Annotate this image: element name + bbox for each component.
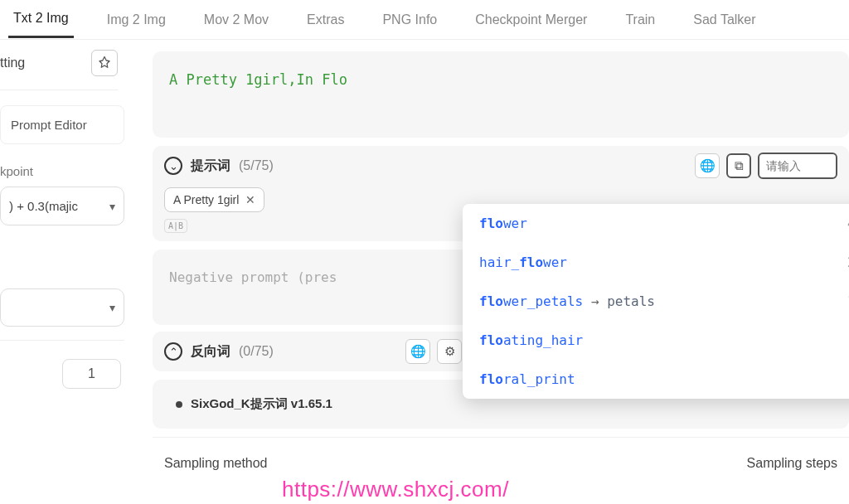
sidebar-setting-label: tting	[0, 56, 25, 70]
tab-train[interactable]: Train	[620, 2, 660, 37]
sampling-row: Sampling method Sampling steps	[153, 437, 849, 471]
sidebar: tting Prompt Editor kpoint ) + 0.3(majic…	[0, 40, 124, 504]
prompt-editor-card[interactable]: Prompt Editor	[0, 105, 124, 144]
sidebar-batch-row: 1	[0, 340, 124, 407]
keyword-input-1[interactable]	[758, 153, 837, 179]
autocomplete-item-1[interactable]: hair_flower 220K	[463, 243, 849, 282]
collapse-toggle[interactable]: ⌄	[164, 157, 182, 175]
copy-icon[interactable]: ⧉	[726, 153, 751, 178]
prompt-section-label: 提示词	[191, 158, 230, 175]
autocomplete-dropdown: flower 491K hair_flower 220K flower_peta…	[463, 204, 849, 399]
gear-icon[interactable]: ⚙	[437, 339, 462, 364]
pin-button[interactable]	[91, 50, 118, 76]
autocomplete-item-0[interactable]: flower 491K	[463, 204, 849, 243]
autocomplete-item-4[interactable]: floral_print 70K	[463, 360, 849, 399]
prompt-textarea[interactable]: A Pretty 1girl,In Flo	[153, 51, 849, 138]
autocomplete-item-3[interactable]: floating_hair 93K	[463, 321, 849, 360]
tab-checkpoint-merger[interactable]: Checkpoint Merger	[470, 2, 592, 37]
tab-img2img[interactable]: Img 2 Img	[102, 2, 171, 37]
tab-extras[interactable]: Extras	[302, 2, 349, 37]
chip-remove-icon[interactable]: ✕	[245, 193, 255, 206]
negative-section-label: 反向词	[191, 343, 230, 361]
tab-txt2img[interactable]: Txt 2 Img	[8, 1, 74, 38]
extension-title: SixGod_K提示词 v1.65.1	[191, 396, 332, 412]
globe-icon[interactable]: 🌐	[695, 153, 720, 178]
globe-icon[interactable]: 🌐	[405, 339, 430, 364]
sampling-method-label: Sampling method	[164, 456, 268, 471]
chevron-down-icon: ▾	[109, 301, 115, 314]
chevron-down-icon: ▾	[109, 200, 115, 213]
tab-mov2mov[interactable]: Mov 2 Mov	[199, 2, 274, 37]
collapse-toggle[interactable]: ⌃	[164, 342, 182, 361]
main-tabs: Txt 2 Img Img 2 Img Mov 2 Mov Extras PNG…	[0, 0, 849, 40]
batch-count-button[interactable]: 1	[62, 359, 121, 389]
prompt-count: (5/75)	[239, 158, 274, 173]
autocomplete-item-2[interactable]: flower_petals → petals 108K	[463, 282, 849, 321]
prompt-text: A Pretty 1girl,In Flo	[169, 71, 347, 88]
watermark-text: https://www.shxcj.com/	[282, 477, 509, 502]
bullet-icon	[176, 401, 182, 408]
negative-count: (0/75)	[239, 344, 274, 359]
kbd-hint: A|B	[164, 219, 187, 233]
sidebar-collapse-select[interactable]: ▾	[0, 288, 124, 327]
checkpoint-select[interactable]: ) + 0.3(majic ▾	[0, 187, 124, 225]
prompt-chip-1[interactable]: A Pretty 1girl ✕	[164, 187, 264, 212]
negative-placeholder: Negative prompt (pres	[169, 269, 337, 285]
chip-label: A Pretty 1girl	[173, 193, 239, 206]
checkpoint-value: ) + 0.3(majic	[9, 199, 78, 213]
sampling-steps-label: Sampling steps	[747, 456, 837, 471]
tab-sadtalker[interactable]: Sad Talker	[688, 2, 760, 37]
pin-icon	[97, 56, 112, 70]
checkpoint-label: kpoint	[0, 164, 124, 178]
tab-pnginfo[interactable]: PNG Info	[377, 2, 442, 37]
main-panel: A Pretty 1girl,In Flo ⌄ 提示词 (5/75) 🌐 ⧉ A…	[124, 40, 849, 504]
